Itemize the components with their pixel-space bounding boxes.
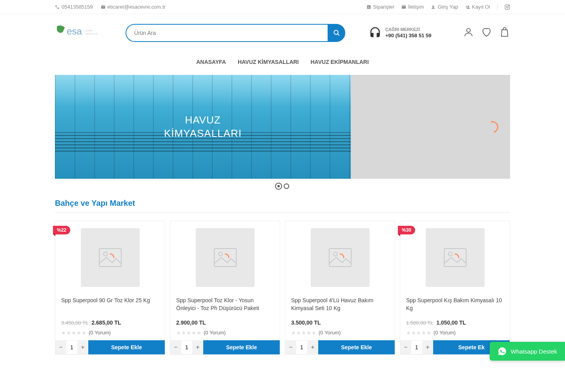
svg-line-7 (337, 34, 339, 36)
login-link[interactable]: Giriş Yap (431, 4, 458, 10)
qty-increase-button[interactable]: + (307, 340, 318, 354)
svg-text:TEKNOLOJİ: TEKNOLOJİ (84, 33, 98, 35)
top-bar-right: Siparişler İletişim Giriş Yap Kayıt Ol (366, 4, 510, 10)
review-count: (0 Yorum) (434, 330, 456, 336)
product-title[interactable]: Spp Superpool Kış Bakım Kimyasalı 10 Kg (406, 297, 504, 312)
account-icon-link[interactable] (463, 27, 474, 39)
qty-decrease-button[interactable]: − (400, 340, 411, 354)
svg-text:esa: esa (67, 26, 82, 36)
qty-increase-button[interactable]: + (422, 340, 433, 354)
search-wrap (126, 24, 345, 42)
product-price: 3.500,00 TL (291, 319, 389, 326)
register-link[interactable]: Kayıt Ol (465, 4, 490, 10)
divider (497, 4, 498, 10)
contact-link[interactable]: İletişim (401, 4, 424, 10)
qty-increase-button[interactable]: + (192, 340, 203, 354)
whatsapp-button[interactable]: Whatsapp Destek (490, 342, 565, 355)
product-image-wrap[interactable] (55, 221, 165, 294)
add-to-cart-button[interactable]: Sepete Ekle (203, 340, 280, 354)
hero-line1: HAVUZ (164, 114, 242, 127)
slider-dot-2[interactable] (284, 183, 289, 189)
top-bar: 05413585159 eticaret@esacevre.com.tr Sip… (0, 0, 565, 14)
phone-link[interactable]: 05413585159 (55, 4, 93, 10)
main-nav: ANASAYFA HAVUZ KİMYASALLARI HAVUZ EKİPMA… (0, 52, 565, 75)
qty-input[interactable] (181, 340, 192, 354)
hero-line2: KİMYASALLARI (164, 127, 242, 140)
slider-dot-1[interactable] (276, 183, 281, 189)
star-icon (312, 330, 316, 335)
product-rating: (0 Yorum) (176, 330, 274, 336)
qty-decrease-button[interactable]: − (285, 340, 296, 354)
login-text: Giriş Yap (437, 4, 458, 10)
contact-text: İletişim (408, 4, 424, 10)
stars (176, 330, 201, 335)
qty-input[interactable] (66, 340, 77, 354)
email-link[interactable]: eticaret@esacevre.com.tr (101, 4, 166, 10)
qty-decrease-button[interactable]: − (170, 340, 181, 354)
svg-text:ÇEVRE: ÇEVRE (84, 29, 93, 32)
svg-point-1 (507, 6, 508, 8)
orders-link[interactable]: Siparişler (366, 4, 394, 10)
product-title[interactable]: Spp Superpool 4'Lü Havuz Bakım Kimyasal … (291, 297, 389, 312)
orders-text: Siparişler (373, 4, 394, 10)
email-text: eticaret@esacevre.com.tr (108, 4, 166, 10)
current-price: 2.900,00 TL (176, 319, 206, 326)
star-icon (176, 330, 181, 335)
discount-badge: %30 (398, 226, 415, 234)
user-icon (431, 5, 436, 9)
cart-icon-link[interactable] (499, 27, 510, 39)
hero-slide-active[interactable]: HAVUZ KİMYASALLARI (55, 75, 351, 179)
product-price: 1.500,00 TL1.050,00 TL (406, 319, 504, 326)
nav-home[interactable]: ANASAYFA (196, 59, 226, 65)
add-to-cart-button[interactable]: Sepete Ekle (318, 340, 395, 354)
product-rating: (0 Yorum) (61, 330, 159, 336)
product-image-wrap[interactable] (400, 221, 510, 294)
call-center-number: +90 (541) 358 51 59 (385, 33, 431, 39)
qty-input[interactable] (296, 340, 307, 354)
star-icon (416, 330, 421, 335)
wishlist-icon-link[interactable] (481, 27, 492, 39)
hero-slide-next[interactable] (351, 75, 510, 179)
star-icon (296, 330, 301, 335)
call-center: ÇAĞRI MERKEZİ +90 (541) 358 51 59 (369, 27, 431, 39)
slider-dots (55, 183, 510, 189)
phone-icon (55, 5, 60, 9)
stars (291, 330, 316, 335)
hero-slider: HAVUZ KİMYASALLARI (47, 75, 518, 189)
stars (406, 330, 431, 335)
qty-input[interactable] (411, 340, 422, 354)
image-placeholder-icon (426, 228, 485, 287)
add-to-cart-button[interactable]: Sepete Ekle (88, 340, 165, 354)
product-title[interactable]: Spp Superpool Toz Klor - Yosun Önleyici … (176, 297, 274, 312)
star-icon (77, 330, 81, 335)
phone-text: 05413585159 (62, 4, 93, 10)
product-image-wrap[interactable] (285, 221, 395, 294)
star-icon (411, 330, 416, 335)
star-icon (301, 330, 306, 335)
product-image-wrap[interactable] (170, 221, 280, 294)
instagram-icon (505, 4, 510, 10)
product-rating: (0 Yorum) (406, 330, 504, 336)
instagram-link[interactable] (505, 4, 510, 10)
product-title[interactable]: Spp Superpool 90 Gr Toz Klor 25 Kg (61, 297, 159, 312)
qty-decrease-button[interactable]: − (55, 340, 66, 354)
svg-point-2 (508, 5, 509, 5)
qty-increase-button[interactable]: + (77, 340, 88, 354)
nav-chemicals[interactable]: HAVUZ KİMYASALLARI (238, 59, 299, 65)
search-icon (333, 29, 340, 36)
svg-point-8 (467, 29, 470, 32)
star-icon (181, 330, 186, 335)
svg-point-6 (334, 30, 338, 34)
star-icon (61, 330, 66, 335)
search-input[interactable] (126, 24, 328, 42)
stars (61, 330, 86, 335)
search-button[interactable] (328, 24, 345, 42)
star-icon (291, 330, 296, 335)
nav-equipment[interactable]: HAVUZ EKİPMANLARI (311, 59, 369, 65)
user-outline-icon (463, 27, 474, 38)
product-card: %30 Spp Superpool Kış Bakım Kimyasalı 10… (400, 221, 510, 355)
star-icon (426, 330, 431, 335)
image-placeholder-icon (311, 228, 370, 287)
logo[interactable]: esa ÇEVRE TEKNOLOJİ (55, 24, 114, 42)
product-price: 3.450,00 TL2.685,00 TL (61, 319, 159, 326)
